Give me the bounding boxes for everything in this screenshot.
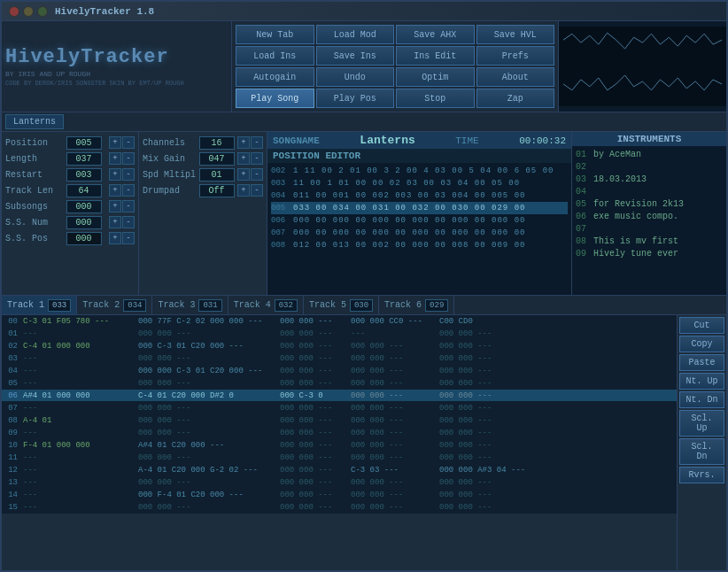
maximize-button[interactable] <box>37 6 48 17</box>
pattern-row: 08 A-4 01 000 000 --- 000 000 --- 000 00… <box>2 414 677 427</box>
mix-gain-value: 047 <box>199 152 235 166</box>
scl-up-button[interactable]: Scl. Up <box>679 410 724 437</box>
track-len-up[interactable]: + <box>109 184 121 197</box>
ss-num-field: S.S. Num 000 +- <box>5 215 135 229</box>
length-down[interactable]: - <box>122 152 135 165</box>
zap-button[interactable]: Zap <box>476 89 555 108</box>
cut-button[interactable]: Cut <box>679 317 724 334</box>
paste-button[interactable]: Paste <box>679 354 724 371</box>
length-value: 037 <box>66 152 102 166</box>
play-song-button[interactable]: Play Song <box>236 89 314 108</box>
main-window: HivelyTracker 1.8 HivelyTracker BY IRIS … <box>0 0 728 572</box>
waveform-display <box>558 21 726 112</box>
track-5-num: 030 <box>350 299 373 312</box>
rvrs-button[interactable]: Rvrs. <box>679 467 724 483</box>
window-controls <box>9 6 48 17</box>
length-up[interactable]: + <box>109 152 121 165</box>
song-name: Lanterns <box>360 134 414 147</box>
channels-value: 16 <box>199 136 235 150</box>
position-value: 005 <box>66 136 102 150</box>
position-row: 006000 00 000 00 000 00 000 00 000 00 00… <box>271 214 568 227</box>
track-tab-5[interactable]: Track 5 030 <box>304 296 379 314</box>
restart-down[interactable]: - <box>122 168 135 181</box>
main-content: HivelyTracker BY IRIS AND UP ROUGH CODE … <box>2 21 726 570</box>
nt-up-button[interactable]: Nt. Up <box>679 373 724 390</box>
channels-down[interactable]: - <box>251 136 263 149</box>
pattern-row: 07 --- 000 000 --- 000 000 --- 000 000 -… <box>2 402 677 414</box>
position-up[interactable]: + <box>109 136 121 149</box>
drumpad-up[interactable]: + <box>237 184 250 197</box>
svg-rect-0 <box>559 27 726 106</box>
play-pos-button[interactable]: Play Pos <box>316 89 395 108</box>
window-title: HivelyTracker 1.8 <box>55 6 154 17</box>
about-button[interactable]: About <box>476 67 555 87</box>
track-tab-3[interactable]: Track 3 031 <box>152 296 228 314</box>
mix-gain-label: Mix Gain <box>143 154 196 164</box>
time-label: TIME <box>455 135 478 146</box>
new-tab-button[interactable]: New Tab <box>236 25 314 44</box>
load-ins-button[interactable]: Load Ins <box>236 46 314 66</box>
ins-edit-button[interactable]: Ins Edit <box>396 46 475 66</box>
spd-mltipl-value: 01 <box>199 168 235 182</box>
channels-up[interactable]: + <box>237 136 250 149</box>
position-row: 007000 00 000 00 000 00 000 00 000 00 00… <box>271 227 568 239</box>
restart-up[interactable]: + <box>109 168 121 181</box>
subsongs-up[interactable]: + <box>109 200 121 213</box>
spd-up[interactable]: + <box>237 168 250 181</box>
autogain-button[interactable]: Autogain <box>236 67 314 87</box>
stop-button[interactable]: Stop <box>396 89 475 108</box>
tab-label: Lanterns <box>13 117 56 127</box>
save-hvl-button[interactable]: Save HVL <box>476 25 555 44</box>
pattern-row: 09 --- 000 000 --- 000 000 --- 000 000 -… <box>2 427 677 439</box>
mix-gain-down[interactable]: - <box>251 152 263 165</box>
instrument-item: 06exe music compo. <box>576 210 723 222</box>
track-3-num: 031 <box>198 299 221 312</box>
ss-num-up[interactable]: + <box>109 216 121 228</box>
drumpad-down[interactable]: - <box>251 184 263 197</box>
track-2-label: Track 2 <box>82 300 120 310</box>
spd-mltipl-field: Spd Mltipl 01 +- <box>143 167 263 182</box>
instrument-item: 07 <box>576 222 723 235</box>
right-sidebar: Cut Copy Paste Nt. Up Nt. Dn Scl. Up Scl… <box>677 315 726 570</box>
subsongs-label: Subsongs <box>5 202 58 212</box>
ss-num-label: S.S. Num <box>5 218 58 228</box>
close-button[interactable] <box>9 6 19 17</box>
drumpad-value: Off <box>199 184 235 197</box>
length-field: Length 037 +- <box>5 151 135 166</box>
ss-pos-down[interactable]: - <box>122 232 135 244</box>
position-down[interactable]: - <box>122 136 135 149</box>
prefs-button[interactable]: Prefs <box>476 46 555 66</box>
pattern-row: 05 --- 000 000 --- 000 000 --- 000 000 -… <box>2 377 677 390</box>
undo-button[interactable]: Undo <box>316 67 395 87</box>
save-ahx-button[interactable]: Save AHX <box>396 25 475 44</box>
ss-num-down[interactable]: - <box>122 216 135 228</box>
nt-dn-button[interactable]: Nt. Dn <box>679 391 724 408</box>
load-mod-button[interactable]: Load Mod <box>316 25 395 44</box>
spd-down[interactable]: - <box>251 168 263 181</box>
ss-pos-up[interactable]: + <box>109 232 121 244</box>
mix-gain-up[interactable]: + <box>237 152 250 165</box>
top-section: HivelyTracker BY IRIS AND UP ROUGH CODE … <box>2 21 726 112</box>
save-ins-button[interactable]: Save Ins <box>316 46 395 66</box>
ss-pos-value: 000 <box>66 232 102 245</box>
position-row: 00311 00 1 01 00 00 02 03 00 03 04 00 05… <box>271 177 568 189</box>
pattern-row: 11 --- 000 000 --- 000 000 --- 000 000 -… <box>2 452 677 464</box>
track-tab-4[interactable]: Track 4 032 <box>228 296 304 314</box>
pattern-row: 03 --- 000 000 --- 000 000 --- 000 000 -… <box>2 352 677 365</box>
copy-button[interactable]: Copy <box>679 336 724 352</box>
subsongs-field: Subsongs 000 +- <box>5 199 135 213</box>
track-tab-6[interactable]: Track 6 029 <box>379 296 454 314</box>
track-tab-1[interactable]: Track 1 033 <box>2 296 77 314</box>
scl-dn-button[interactable]: Scl. Dn <box>679 438 724 465</box>
channels-label: Channels <box>143 138 196 148</box>
minimize-button[interactable] <box>23 6 34 17</box>
pattern-row: 13 --- 000 000 --- 000 000 --- 000 000 -… <box>2 476 677 489</box>
module-tab[interactable]: Lanterns <box>5 114 64 129</box>
optim-button[interactable]: Optim <box>396 67 475 87</box>
song-panel: SONGNAME Lanterns TIME 00:00:32 POSITION… <box>267 132 571 295</box>
track-len-down[interactable]: - <box>122 184 135 197</box>
instruments-list: 01by AceMan 02 0318.03.2013 04 05for Rev… <box>572 146 726 261</box>
subsongs-down[interactable]: - <box>122 200 135 213</box>
main-buttons: New Tab Load Mod Save AHX Save HVL Load … <box>232 21 558 112</box>
track-tab-2[interactable]: Track 2 034 <box>77 296 152 314</box>
